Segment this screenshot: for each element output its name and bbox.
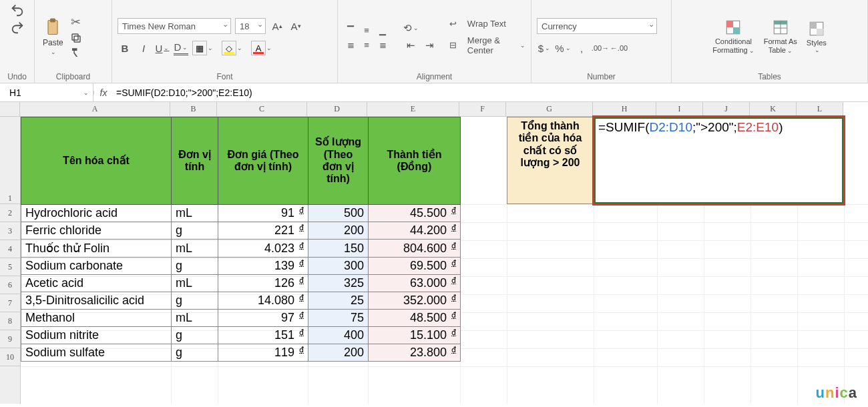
cell[interactable]: 97 ₫ — [218, 310, 308, 327]
row-header-9[interactable]: 9 — [0, 330, 20, 348]
cell[interactable]: 352.000 ₫ — [369, 292, 461, 310]
cell[interactable]: Sodium carbonate — [21, 258, 172, 275]
cell[interactable]: Thuốc thử Folin — [21, 240, 172, 258]
paste-button[interactable]: Paste⌄ — [40, 17, 66, 57]
name-box[interactable]: H1⌄ — [0, 83, 93, 101]
row-header-8[interactable]: 8 — [0, 312, 20, 330]
row-header-2[interactable]: 2 — [0, 204, 20, 222]
col-header-D[interactable]: D — [307, 102, 367, 116]
bold-button[interactable]: B — [118, 41, 132, 55]
cell[interactable]: 63.000 ₫ — [369, 275, 461, 292]
format-painter-button[interactable] — [70, 47, 82, 59]
summary-label-cell[interactable]: Tổng thành tiền của hóa chất có số lượng… — [507, 117, 594, 204]
cell[interactable]: mL — [172, 310, 218, 327]
cell[interactable]: 150 — [308, 240, 369, 258]
col-header-I[interactable]: I — [656, 102, 703, 116]
align-right-button[interactable]: ≣ — [375, 37, 390, 52]
cell[interactable]: g — [172, 222, 218, 240]
cell[interactable]: 23.800 ₫ — [369, 344, 461, 362]
cell[interactable]: 400 — [308, 327, 369, 344]
cell[interactable]: 139 ₫ — [218, 258, 308, 275]
cell[interactable]: 500 — [308, 205, 369, 222]
cell[interactable]: 91 ₫ — [218, 205, 308, 222]
cell[interactable]: Sodium nitrite — [21, 327, 172, 344]
font-name-select[interactable] — [118, 18, 231, 34]
cell[interactable]: mL — [172, 240, 218, 258]
row-header-3[interactable]: 3 — [0, 222, 20, 240]
cell[interactable]: 25 — [308, 292, 369, 310]
font-size-select[interactable] — [235, 18, 266, 34]
cell[interactable]: Sodium sulfate — [21, 344, 172, 362]
undo-button[interactable] — [10, 3, 25, 17]
formula-input[interactable]: =SUMIF(D2:D10;">200";E2:E10) — [114, 87, 868, 98]
row-header-1[interactable]: 1 — [0, 117, 20, 204]
col-header-K[interactable]: K — [750, 102, 797, 116]
cell[interactable]: 75 — [308, 310, 369, 327]
cell[interactable]: 4.023 ₫ — [218, 240, 308, 258]
cell[interactable]: 15.100 ₫ — [369, 327, 461, 344]
decrease-decimal-button[interactable]: ←.00 — [612, 41, 626, 55]
col-header-H[interactable]: H — [593, 102, 656, 116]
cell[interactable]: Methanol — [21, 310, 172, 327]
double-underline-button[interactable]: D⌄ — [174, 41, 188, 55]
number-format-select[interactable] — [537, 18, 657, 34]
align-middle-button[interactable]: ≡ — [359, 23, 374, 37]
cell[interactable]: g — [172, 292, 218, 310]
align-bottom-button[interactable]: ▁ — [375, 23, 390, 37]
col-header-B[interactable]: B — [170, 102, 217, 116]
cell[interactable]: Hydrochloric acid — [21, 205, 172, 222]
cell[interactable]: 200 — [308, 222, 369, 240]
increase-indent-button[interactable]: ⇥ — [422, 38, 437, 53]
border-button[interactable]: ▦⌄ — [192, 41, 207, 55]
cell[interactable]: mL — [172, 275, 218, 292]
cell[interactable]: Ferric chloride — [21, 222, 172, 240]
cell[interactable]: g — [172, 327, 218, 344]
format-as-table-button[interactable]: Format As Table⌄ — [761, 19, 800, 54]
cells-area[interactable]: Tên hóa chấtĐơn vị tínhĐơn giá (Theo đơn… — [21, 117, 868, 404]
row-header-7[interactable]: 7 — [0, 294, 20, 312]
cell[interactable]: 119 ₫ — [218, 344, 308, 362]
active-formula-cell[interactable]: =SUMIF(D2:D10;">200";E2:E10) — [592, 115, 845, 206]
cell[interactable]: 300 — [308, 258, 369, 275]
align-top-button[interactable]: ▔ — [343, 23, 358, 37]
underline-button[interactable]: U⌄ — [155, 41, 170, 55]
cut-button[interactable]: ✂ — [71, 15, 81, 29]
fill-color-button[interactable]: ◇⌄ — [222, 41, 236, 55]
currency-button[interactable]: $⌄ — [537, 41, 552, 55]
col-header-F[interactable]: F — [459, 102, 506, 116]
cell[interactable]: 44.200 ₫ — [369, 222, 461, 240]
align-left-button[interactable]: ≣ — [343, 37, 358, 52]
cell[interactable]: g — [172, 344, 218, 362]
col-header-L[interactable]: L — [797, 102, 843, 116]
increase-font-button[interactable]: A▴ — [270, 19, 284, 33]
select-all-corner[interactable] — [0, 102, 20, 117]
col-header-C[interactable]: C — [217, 102, 307, 116]
cell[interactable]: 45.500 ₫ — [369, 205, 461, 222]
cell[interactable]: 221 ₫ — [218, 222, 308, 240]
cell[interactable]: 69.500 ₫ — [369, 258, 461, 275]
increase-decimal-button[interactable]: .00→ — [593, 41, 608, 55]
wrap-text-button[interactable]: ↩ Wrap Text — [449, 19, 506, 29]
cell[interactable]: mL — [172, 205, 218, 222]
align-center-button[interactable]: ≡ — [359, 37, 374, 52]
row-header-5[interactable]: 5 — [0, 258, 20, 276]
decrease-font-button[interactable]: A▾ — [288, 19, 303, 33]
col-header-G[interactable]: G — [506, 102, 593, 116]
comma-button[interactable]: , — [574, 41, 589, 55]
col-header-A[interactable]: A — [20, 102, 170, 116]
copy-button[interactable] — [70, 32, 82, 44]
col-header-E[interactable]: E — [367, 102, 459, 116]
italic-button[interactable]: I — [136, 41, 151, 55]
col-header-J[interactable]: J — [703, 102, 750, 116]
fx-icon[interactable]: fx — [93, 87, 114, 98]
cell[interactable]: 151 ₫ — [218, 327, 308, 344]
row-header-10[interactable]: 10 — [0, 348, 20, 366]
orientation-button[interactable]: ⟲⌄ — [403, 21, 419, 35]
cell[interactable]: 126 ₫ — [218, 275, 308, 292]
cell[interactable]: g — [172, 258, 218, 275]
cell[interactable]: 48.500 ₫ — [369, 310, 461, 327]
cell[interactable]: 14.080 ₫ — [218, 292, 308, 310]
cell-styles-button[interactable]: Styles ⌄ — [804, 20, 829, 54]
cell[interactable]: Acetic acid — [21, 275, 172, 292]
cell[interactable]: 804.600 ₫ — [369, 240, 461, 258]
